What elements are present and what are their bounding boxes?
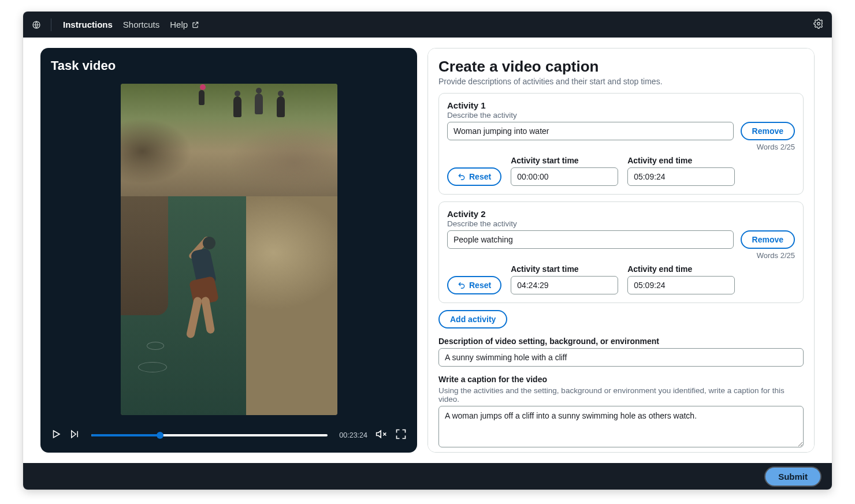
reset-label: Reset (469, 172, 491, 181)
svg-marker-2 (54, 431, 60, 438)
skip-end-button[interactable] (69, 429, 80, 442)
word-count: Words 2/25 (447, 143, 795, 151)
svg-marker-5 (377, 431, 381, 438)
activity-description-input[interactable] (447, 122, 734, 140)
nav-instructions[interactable]: Instructions (63, 20, 113, 29)
external-link-icon (191, 21, 199, 29)
end-time-label: Activity end time (627, 156, 735, 165)
undo-icon (458, 281, 466, 289)
start-time-label: Activity start time (511, 156, 618, 165)
activity-card: Activity 2 Describe the activity Remove … (438, 201, 804, 303)
nav-divider (51, 18, 51, 31)
undo-icon (458, 173, 466, 181)
end-time-input[interactable] (627, 276, 735, 294)
setting-label: Description of video setting, background… (438, 337, 804, 346)
describe-label: Describe the activity (447, 111, 795, 120)
word-count: Words 2/25 (447, 251, 795, 260)
fullscreen-icon (395, 428, 407, 440)
play-icon (51, 429, 61, 439)
video-controls: 00:23:24 (51, 426, 407, 445)
remove-activity-button[interactable]: Remove (741, 122, 795, 140)
settings-button[interactable] (813, 18, 824, 31)
end-time-label: Activity end time (627, 264, 735, 274)
activity-description-input[interactable] (447, 230, 734, 249)
video-panel-title: Task video (51, 58, 407, 73)
nav-help-label: Help (170, 20, 188, 29)
activity-card: Activity 1 Describe the activity Remove … (438, 93, 804, 195)
mute-button[interactable] (376, 428, 387, 442)
top-nav: Instructions Shortcuts Help (23, 12, 832, 38)
svg-point-1 (817, 22, 820, 25)
caption-label: Write a caption for the video (438, 375, 804, 384)
footer-bar: Submit (23, 463, 832, 490)
submit-button[interactable]: Submit (765, 468, 820, 486)
form-subtitle: Provide descriptions of activities and t… (438, 77, 804, 86)
form-title: Create a video caption (438, 58, 804, 76)
video-frame[interactable] (121, 84, 337, 415)
reset-label: Reset (469, 281, 491, 290)
nav-help[interactable]: Help (170, 20, 199, 29)
start-time-input[interactable] (511, 167, 618, 186)
start-time-label: Activity start time (511, 264, 618, 274)
end-time-input[interactable] (627, 167, 735, 186)
skip-end-icon (69, 429, 80, 439)
setting-input[interactable] (438, 348, 804, 367)
svg-marker-3 (72, 431, 76, 438)
brand-icon (31, 20, 42, 30)
gear-icon (813, 18, 824, 29)
fullscreen-button[interactable] (395, 428, 407, 442)
caption-textarea[interactable] (438, 406, 804, 447)
reset-button[interactable]: Reset (447, 167, 501, 186)
video-stage (51, 81, 407, 417)
describe-label: Describe the activity (447, 219, 795, 228)
reset-button[interactable]: Reset (447, 276, 501, 294)
video-progress-slider[interactable] (91, 434, 328, 436)
add-activity-button[interactable]: Add activity (438, 310, 507, 328)
activity-title: Activity 1 (447, 100, 795, 110)
caption-help: Using the activities and the setting, ba… (438, 386, 804, 404)
start-time-input[interactable] (511, 276, 618, 294)
play-button[interactable] (51, 429, 61, 442)
remove-activity-button[interactable]: Remove (741, 230, 795, 249)
video-panel: Task video (40, 48, 417, 453)
nav-shortcuts[interactable]: Shortcuts (123, 20, 159, 29)
activity-title: Activity 2 (447, 209, 795, 219)
form-panel: Create a video caption Provide descripti… (428, 48, 815, 453)
volume-mute-icon (376, 428, 387, 440)
video-timecode: 00:23:24 (339, 431, 367, 439)
